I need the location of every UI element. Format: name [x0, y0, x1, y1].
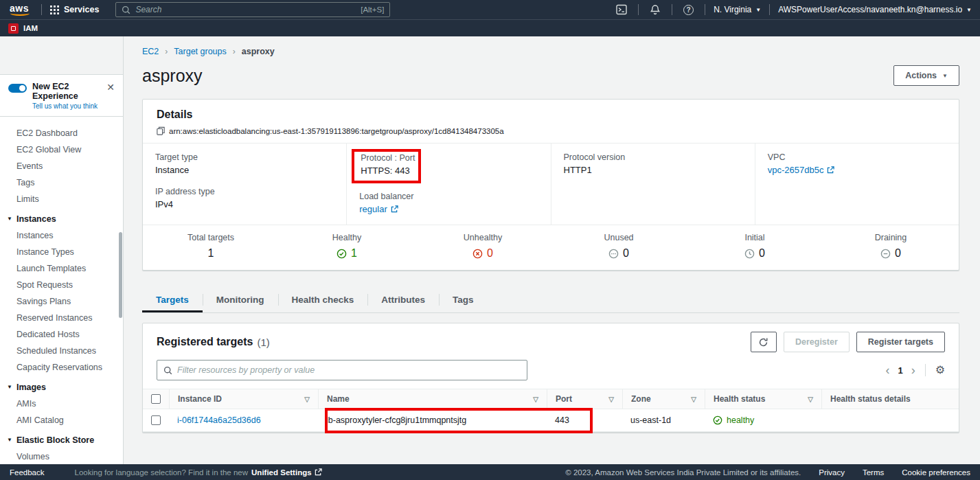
column-header-instance-id[interactable]: Instance ID▽	[169, 389, 318, 409]
account-menu[interactable]: AWSPowerUserAccess/navaneeth.kn@harness.…	[778, 5, 972, 14]
topbar-main-row: aws Services [Alt+S]	[0, 0, 980, 19]
terms-link[interactable]: Terms	[863, 468, 884, 477]
sidebar-item-ec2-global-view[interactable]: EC2 Global View	[0, 141, 123, 158]
sidebar-item-capacity-reservations[interactable]: Capacity Reservations	[0, 359, 123, 376]
tab-health-checks[interactable]: Health checks	[278, 288, 368, 312]
topbar-divider	[41, 4, 42, 15]
register-targets-button[interactable]: Register targets	[856, 332, 945, 352]
sidebar-item-volumes[interactable]: Volumes	[0, 448, 123, 464]
filter-box[interactable]	[157, 360, 527, 380]
target-port-cell: 443	[547, 415, 622, 425]
column-header-zone[interactable]: Zone▽	[622, 389, 705, 409]
page-number[interactable]: 1	[898, 365, 902, 376]
filter-icon[interactable]: ▽	[527, 396, 538, 403]
field-target-type: Target type Instance	[155, 152, 334, 175]
tab-bar: Targets Monitoring Health checks Attribu…	[142, 288, 959, 313]
load-balancer-link[interactable]: regular	[359, 204, 398, 214]
sidebar-item-amis[interactable]: AMIs	[0, 396, 123, 412]
sidebar-item-tags[interactable]: Tags	[0, 174, 123, 191]
sidebar-section-instances[interactable]: ▼ Instances	[0, 207, 123, 227]
summary-label: Unhealthy	[415, 233, 551, 242]
deregister-button[interactable]: Deregister	[784, 332, 850, 352]
details-column-2: Protocol : Port HTTPS: 443 Load balancer…	[346, 144, 550, 225]
filter-icon[interactable]: ▽	[685, 396, 696, 403]
summary-label: Unused	[551, 233, 687, 242]
instance-id-link[interactable]: i-06f1744a6a25d36d6	[177, 415, 261, 425]
notifications-bell-button[interactable]	[647, 4, 663, 15]
unified-settings-link[interactable]: Unified Settings	[251, 468, 322, 477]
sidebar-item-reserved-instances[interactable]: Reserved Instances	[0, 310, 123, 326]
search-input[interactable]	[135, 5, 356, 14]
details-column-4: VPC vpc-2657db5c	[755, 144, 959, 225]
tab-monitoring[interactable]: Monitoring	[203, 288, 278, 312]
column-label: Name	[327, 394, 350, 404]
next-page-icon[interactable]: ›	[911, 364, 915, 376]
tab-tags[interactable]: Tags	[439, 288, 488, 312]
vpc-link[interactable]: vpc-2657db5c	[768, 165, 835, 175]
sidebar-item-ec2-dashboard[interactable]: EC2 Dashboard	[0, 125, 123, 141]
global-search-box[interactable]: [Alt+S]	[115, 2, 390, 17]
top-navigation-bar: aws Services [Alt+S]	[0, 0, 980, 36]
table-settings-gear-icon[interactable]: ⚙	[935, 365, 945, 376]
field-value: HTTP1	[564, 165, 742, 175]
sidebar-item-launch-templates[interactable]: Launch Templates	[0, 260, 123, 277]
field-label: Load balancer	[359, 192, 538, 201]
region-selector[interactable]: N. Virginia ▼	[714, 5, 761, 14]
section-label: Elastic Block Store	[16, 435, 94, 445]
filter-icon[interactable]: ▽	[603, 396, 614, 403]
row-checkbox[interactable]	[151, 415, 161, 425]
column-header-name[interactable]: Name▽	[318, 389, 547, 409]
sidebar-item-limits[interactable]: Limits	[0, 191, 123, 207]
column-header-port[interactable]: Port▽	[547, 389, 622, 409]
close-icon[interactable]: ✕	[105, 82, 116, 93]
sidebar-item-spot-requests[interactable]: Spot Requests	[0, 277, 123, 293]
sidebar-section-ebs[interactable]: ▼ Elastic Block Store	[0, 428, 123, 448]
tell-us-link[interactable]: Tell us what you think	[32, 102, 100, 110]
sidebar-item-instances[interactable]: Instances	[0, 227, 123, 244]
external-link-icon	[827, 166, 834, 174]
column-label: Health status details	[830, 394, 911, 404]
sidebar-item-scheduled-instances[interactable]: Scheduled Instances	[0, 343, 123, 359]
health-status-text: healthy	[727, 415, 754, 425]
breadcrumb-ec2[interactable]: EC2	[142, 47, 159, 56]
sidebar-item-instance-types[interactable]: Instance Types	[0, 244, 123, 260]
filter-input[interactable]	[177, 365, 521, 375]
sidebar-item-ami-catalog[interactable]: AMI Catalog	[0, 412, 123, 428]
aws-logo[interactable]: aws	[8, 3, 33, 16]
select-all-checkbox[interactable]	[151, 394, 161, 404]
cloudshell-button[interactable]	[613, 4, 630, 15]
tab-targets[interactable]: Targets	[142, 288, 203, 312]
sidebar-item-events[interactable]: Events	[0, 158, 123, 174]
details-card: Details arn:aws:elasticloadbalancing:us-…	[142, 99, 959, 271]
topbar-divider	[769, 4, 770, 15]
breadcrumb-target-groups[interactable]: Target groups	[174, 47, 226, 56]
refresh-button[interactable]	[751, 332, 777, 352]
filter-icon[interactable]: ▽	[802, 396, 813, 403]
footer: Feedback Looking for language selection?…	[0, 464, 980, 480]
filter-icon[interactable]: ▽	[299, 396, 310, 403]
table-row: i-06f1744a6a25d36d6 lb-asproxytyler-cfcg…	[143, 409, 959, 432]
sidebar-item-savings-plans[interactable]: Savings Plans	[0, 293, 123, 310]
field-label: VPC	[768, 152, 946, 162]
cookie-preferences-link[interactable]: Cookie preferences	[902, 468, 970, 477]
help-button[interactable]: ?	[681, 5, 696, 15]
privacy-link[interactable]: Privacy	[819, 468, 845, 477]
sidebar-section-images[interactable]: ▼ Images	[0, 376, 123, 396]
sidebar-spacer	[0, 36, 123, 74]
sidebar-scrollbar[interactable]	[119, 232, 122, 318]
favorite-iam-shortcut[interactable]: IAM	[8, 23, 38, 34]
services-menu-button[interactable]: Services	[50, 5, 99, 14]
summary-value: 0	[623, 247, 629, 260]
new-experience-panel: New EC2 Experience Tell us what you thin…	[0, 75, 123, 117]
sidebar-item-dedicated-hosts[interactable]: Dedicated Hosts	[0, 326, 123, 343]
column-header-health-status[interactable]: Health status▽	[705, 389, 821, 409]
copy-icon[interactable]	[157, 126, 165, 135]
tab-attributes[interactable]: Attributes	[367, 288, 439, 312]
topbar-divider	[705, 4, 705, 15]
new-experience-toggle[interactable]	[8, 84, 27, 93]
previous-page-icon[interactable]: ‹	[885, 364, 889, 376]
actions-button[interactable]: Actions ▼	[893, 65, 959, 86]
feedback-link[interactable]: Feedback	[10, 468, 45, 477]
summary-unhealthy: Unhealthy 0	[415, 233, 551, 260]
chevron-down-icon: ▼	[942, 73, 948, 79]
